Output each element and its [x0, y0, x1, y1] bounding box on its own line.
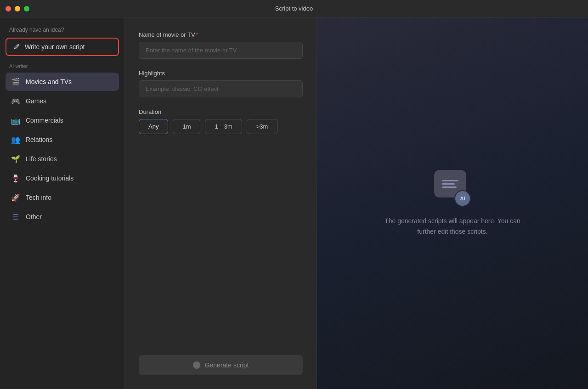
sidebar-item-tech-label: Tech info	[26, 194, 51, 201]
generate-spinner-icon	[193, 361, 200, 369]
write-own-label: Write your own script	[25, 43, 85, 51]
sidebar-item-movies-label: Movies and TVs	[26, 78, 72, 85]
chat-line-1	[442, 180, 458, 181]
window-title: Script to video	[275, 5, 313, 12]
cooking-icon: 🍷	[11, 174, 20, 183]
life-icon: 🌱	[11, 154, 20, 163]
center-panel: Name of movie or TV* Highlights Duration…	[125, 17, 317, 389]
required-star: *	[196, 31, 198, 38]
sidebar-item-games-label: Games	[26, 97, 46, 105]
nav-menu: 🎬 Movies and TVs 🎮 Games 📺 Commercials 👥…	[6, 73, 119, 226]
generate-script-button[interactable]: Generate script	[139, 355, 303, 375]
other-icon: ☰	[11, 212, 20, 221]
ai-badge: AI	[454, 190, 471, 207]
sidebar-item-commercials[interactable]: 📺 Commercials	[6, 111, 119, 130]
titlebar: Script to video	[0, 0, 588, 17]
right-panel: AI The generated scripts will appear her…	[317, 17, 588, 389]
duration-buttons: Any 1m 1—3m >3m	[139, 119, 303, 134]
movie-field-label: Name of movie or TV*	[139, 31, 303, 38]
chat-line-2	[442, 183, 455, 185]
duration-1m-button[interactable]: 1m	[173, 119, 200, 134]
sidebar-item-other-label: Other	[26, 213, 42, 220]
movies-icon: 🎬	[11, 77, 20, 86]
sidebar-header: Already have an idea?	[6, 27, 119, 33]
duration-1-3m-button[interactable]: 1—3m	[205, 119, 242, 134]
movie-name-input[interactable]	[139, 42, 303, 59]
sidebar-item-movies[interactable]: 🎬 Movies and TVs	[6, 73, 119, 91]
sidebar-item-commercials-label: Commercials	[26, 117, 63, 124]
generate-label: Generate script	[205, 361, 249, 369]
games-icon: 🎮	[11, 96, 20, 106]
maximize-button[interactable]	[24, 6, 29, 11]
duration-3m-plus-button[interactable]: >3m	[247, 119, 278, 134]
sidebar-item-relations-label: Relations	[26, 136, 52, 143]
sidebar-item-relations[interactable]: 👥 Relations	[6, 130, 119, 149]
highlights-label: Highlights	[139, 70, 303, 77]
close-button[interactable]	[6, 6, 11, 11]
sidebar-item-life-label: Life stories	[26, 155, 57, 163]
movie-field-group: Name of movie or TV*	[139, 31, 303, 59]
tech-icon: 🚀	[11, 193, 20, 202]
chat-lines	[438, 176, 462, 192]
commercials-icon: 📺	[11, 116, 20, 125]
duration-label: Duration	[139, 108, 303, 115]
duration-field-group: Duration Any 1m 1—3m >3m	[139, 108, 303, 134]
relations-icon: 👥	[11, 135, 20, 144]
main-layout: Already have an idea? Write your own scr…	[0, 17, 588, 389]
ai-writer-label: AI writer	[6, 63, 119, 69]
sidebar-item-cooking-label: Cooking tutorials	[26, 175, 74, 182]
sidebar: Already have an idea? Write your own scr…	[0, 17, 125, 389]
highlights-field-group: Highlights	[139, 70, 303, 97]
sidebar-item-other[interactable]: ☰ Other	[6, 208, 119, 226]
pencil-icon	[13, 43, 20, 51]
right-panel-description: The generated scripts will appear here. …	[374, 216, 531, 237]
sidebar-item-tech[interactable]: 🚀 Tech info	[6, 188, 119, 207]
chat-line-3	[442, 186, 457, 188]
sidebar-item-games[interactable]: 🎮 Games	[6, 92, 119, 110]
traffic-lights	[6, 6, 29, 11]
duration-any-button[interactable]: Any	[139, 119, 168, 134]
sidebar-item-cooking[interactable]: 🍷 Cooking tutorials	[6, 169, 119, 187]
sidebar-item-life[interactable]: 🌱 Life stories	[6, 150, 119, 168]
write-own-script-button[interactable]: Write your own script	[6, 38, 119, 56]
ai-icon-container: AI	[434, 170, 471, 207]
minimize-button[interactable]	[15, 6, 20, 11]
highlights-input[interactable]	[139, 80, 303, 97]
